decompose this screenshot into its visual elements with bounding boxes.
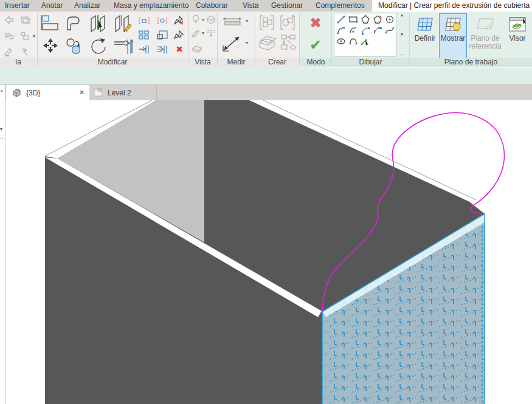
rotate-tool-icon[interactable] xyxy=(88,36,111,58)
render-box-icon[interactable] xyxy=(206,14,216,25)
draw-arc-start-end-tool-icon[interactable] xyxy=(335,25,347,36)
draw-arc-tangent-tool-icon[interactable] xyxy=(359,25,371,36)
ribbon-tab-masa[interactable]: Masa y emplazamiento xyxy=(114,0,188,12)
panel-dibujar: ▲ ▼ ⌄ Dibujar xyxy=(332,12,409,67)
draw-polygon-inscribed-tool-icon[interactable] xyxy=(359,14,371,25)
options-bar xyxy=(0,68,532,85)
plan-view-icon xyxy=(93,88,103,97)
palette-close-icon[interactable]: × xyxy=(0,88,3,94)
draw-arc-center-tool-icon[interactable] xyxy=(347,25,359,36)
view-tab-close-icon[interactable]: ✕ xyxy=(79,89,85,97)
lightbulb-caret-icon[interactable]: ▾ xyxy=(201,16,206,22)
ribbon: ▾ ía xyxy=(0,12,532,67)
reference-plane-icon xyxy=(475,16,496,32)
revit-window: Insertar Anotar Analizar Masa y emplazam… xyxy=(0,0,532,404)
draw-circle-tool-icon[interactable] xyxy=(384,14,395,25)
offset-tool-icon[interactable] xyxy=(63,13,86,33)
home-3d-icon xyxy=(12,88,22,97)
view-tab-level2-label: Level 2 xyxy=(108,89,131,97)
measure-aligned-icon[interactable] xyxy=(221,15,243,27)
palette-divider xyxy=(0,139,5,139)
split-element-tool-icon[interactable] xyxy=(88,13,111,33)
draw-partial-ellipse-tool-icon[interactable] xyxy=(347,36,359,47)
delete-icon[interactable]: ✖ xyxy=(173,43,186,55)
wall-corner-tool-icon[interactable] xyxy=(39,13,62,33)
edit-lines-icon[interactable] xyxy=(2,46,16,58)
ribbon-tab-colaborar[interactable]: Colaborar xyxy=(196,0,228,12)
view-tab-level2[interactable]: Level 2 xyxy=(90,85,157,100)
panel-geometria-label: ía xyxy=(0,58,36,67)
cancel-sketch-button[interactable]: ✖ xyxy=(306,14,325,32)
create-group-icon[interactable] xyxy=(258,14,276,31)
definir-grid-icon xyxy=(416,16,434,32)
underlay-lines-icon[interactable] xyxy=(206,27,216,38)
unpin-icon[interactable] xyxy=(173,14,186,26)
ribbon-tab-gestionar[interactable]: Gestionar xyxy=(271,0,303,12)
hammer-icon[interactable] xyxy=(18,46,32,58)
panel-plano-de-trabajo: Definir Mostrar Plano de referencia Viso… xyxy=(410,12,532,67)
panel-medir: ▾ ▾ Medir xyxy=(218,12,255,67)
mostrar-grid-icon xyxy=(444,16,462,32)
paint-brush-icon[interactable] xyxy=(190,29,202,38)
section-box-icon[interactable] xyxy=(191,43,203,54)
draw-line-tool-icon[interactable] xyxy=(335,14,347,25)
draw-ellipse-tool-icon[interactable] xyxy=(335,36,347,47)
panel-plano-label: Plano de trabajo xyxy=(410,58,532,67)
uncut-small-icon[interactable] xyxy=(154,15,170,26)
ribbon-tab-vista[interactable]: Vista xyxy=(243,0,258,12)
ribbon-tab-analizar[interactable]: Analizar xyxy=(74,0,100,12)
panel-crear-label: Crear xyxy=(255,58,299,67)
align-tool-icon[interactable] xyxy=(112,36,135,58)
pin-icon[interactable] xyxy=(173,29,186,41)
brush-caret-icon[interactable]: ▾ xyxy=(201,30,206,36)
panel-vista-label: Vista xyxy=(188,58,217,67)
view-tab-bar: {3D} ✕ Level 2 xyxy=(0,85,532,100)
move-tool-icon[interactable] xyxy=(39,36,62,58)
scroll-more-icon[interactable]: ⌄ xyxy=(400,52,404,56)
panel-modificar-label: Modificar xyxy=(38,58,187,67)
viewer-icon xyxy=(508,16,527,32)
draw-polygon-circumscribed-tool-icon[interactable] xyxy=(371,14,383,25)
model-3d-view xyxy=(5,100,532,404)
panel-vista: ▾ ▾ Vista xyxy=(188,12,217,67)
create-assembly-icon[interactable] xyxy=(258,33,278,53)
ribbon-tab-bar: Insertar Anotar Analizar Masa y emplazam… xyxy=(0,0,532,12)
measure2-caret-icon[interactable]: ▾ xyxy=(244,39,249,46)
create-parts-icon[interactable] xyxy=(280,33,298,53)
measure-between-icon[interactable] xyxy=(221,33,243,53)
view-tab-3d[interactable]: {3D} ✕ xyxy=(6,85,89,100)
create-similar-icon[interactable] xyxy=(278,14,297,31)
cut-geometry-icon[interactable] xyxy=(2,14,16,26)
palette-edge-strip: × ▾ xyxy=(0,85,5,404)
panel-modo: ✖ ✔ Modo xyxy=(300,12,331,67)
panel-dibujar-label: Dibujar xyxy=(332,58,409,67)
scroll-up-icon[interactable]: ▲ xyxy=(400,13,404,17)
ribbon-tab-anotar[interactable]: Anotar xyxy=(41,0,63,12)
draw-pick-lines-tool-icon[interactable] xyxy=(359,36,371,47)
ribbon-tab-insertar[interactable]: Insertar xyxy=(5,0,30,12)
trim-multiple-icon[interactable] xyxy=(154,43,170,55)
view-tab-3d-label: {3D} xyxy=(26,89,40,97)
draw-spline-tool-icon[interactable] xyxy=(384,25,395,36)
drawing-canvas[interactable] xyxy=(5,100,532,404)
finish-sketch-button[interactable]: ✔ xyxy=(306,36,325,54)
beam-lines-icon[interactable] xyxy=(2,30,16,42)
palette-caret-icon[interactable]: ▾ xyxy=(0,126,2,132)
split-with-gap-tool-icon[interactable] xyxy=(112,13,135,33)
draw-grid-scrollbar: ▲ ▼ ⌄ xyxy=(398,13,406,56)
draw-arc-fillet-tool-icon[interactable] xyxy=(371,25,383,36)
dropdown-caret-icon[interactable]: ▾ xyxy=(32,32,36,39)
draw-rectangle-tool-icon[interactable] xyxy=(347,14,359,25)
array-icon[interactable] xyxy=(136,29,152,41)
ribbon-tab-complementos[interactable]: Complementos xyxy=(316,0,365,12)
ribbon-tab-modificar-contextual[interactable]: Modificar | Crear perfil de extrusión de… xyxy=(372,0,532,12)
measure-caret-icon[interactable]: ▾ xyxy=(244,18,249,24)
lightbulb-icon[interactable] xyxy=(190,14,202,25)
demolish-box-icon[interactable] xyxy=(18,30,32,42)
copy-tool-icon[interactable] xyxy=(63,36,86,58)
scroll-down-icon[interactable]: ▼ xyxy=(400,32,404,36)
trim-extend-icon[interactable] xyxy=(136,43,152,55)
scale-icon[interactable] xyxy=(154,29,170,41)
cut-small-icon[interactable] xyxy=(136,15,152,26)
join-geometry-icon[interactable] xyxy=(18,14,32,26)
